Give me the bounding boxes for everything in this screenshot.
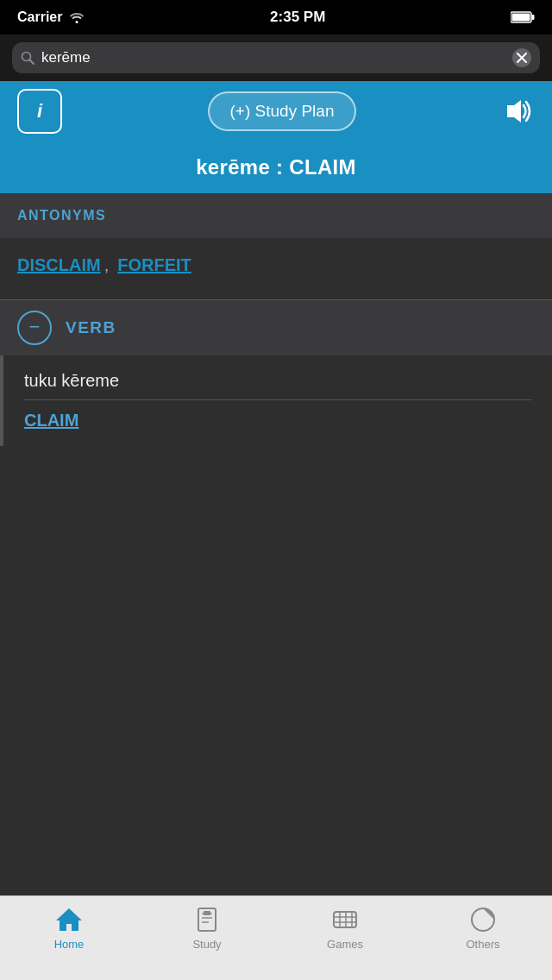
tab-study[interactable]: Study [138, 905, 276, 951]
tab-study-label: Study [192, 938, 221, 951]
word-header: kerēme : CLAIM [0, 141, 552, 193]
carrier-label: Carrier [17, 9, 62, 25]
svg-rect-13 [204, 911, 210, 915]
tab-games-label: Games [327, 938, 363, 951]
verb-section: − VERB tuku kēreme CLAIM [0, 299, 552, 446]
status-right [511, 11, 535, 23]
clear-search-button[interactable] [512, 48, 531, 67]
study-plan-button[interactable]: (+) Study Plan [208, 91, 357, 131]
battery-icon [511, 11, 535, 23]
info-icon: i [37, 100, 42, 122]
speaker-icon [502, 97, 535, 126]
wifi-icon [69, 11, 85, 23]
antonym-disclaim[interactable]: DISCLAIM [17, 255, 101, 275]
verb-header: − VERB [0, 300, 552, 355]
verb-phrase: tuku kēreme [3, 355, 552, 399]
tab-others-label: Others [466, 938, 499, 951]
tab-bar: Home Study Games Others [0, 895, 552, 980]
antonyms-header: ANTONYMS [0, 193, 552, 238]
tab-home-label: Home [54, 938, 85, 951]
svg-line-4 [30, 60, 34, 65]
tab-home[interactable]: Home [0, 905, 138, 951]
study-icon [192, 905, 222, 934]
search-icon [21, 51, 34, 65]
verb-label: VERB [66, 318, 116, 337]
verb-content: tuku kēreme CLAIM [0, 355, 552, 446]
antonyms-label: ANTONYMS [17, 208, 106, 223]
antonyms-words: DISCLAIM , FORFEIT [0, 238, 552, 299]
status-bar: Carrier 2:35 PM [0, 0, 552, 35]
study-plan-label: (+) Study Plan [230, 102, 335, 121]
status-left: Carrier [17, 9, 85, 25]
games-icon [330, 905, 360, 934]
antonym-separator: , [104, 255, 110, 275]
tab-others[interactable]: Others [414, 905, 552, 951]
speaker-button[interactable] [502, 97, 535, 126]
svg-rect-1 [531, 15, 534, 20]
antonym-forfeit[interactable]: FORFEIT [117, 255, 191, 275]
word-header-text: kerēme : CLAIM [196, 155, 356, 179]
status-time: 2:35 PM [270, 9, 325, 26]
minus-icon: − [29, 317, 41, 336]
verb-translation-link[interactable]: CLAIM [3, 400, 552, 446]
content-area [0, 446, 552, 681]
toolbar: i (+) Study Plan [0, 81, 552, 141]
tab-games[interactable]: Games [276, 905, 414, 951]
home-icon [54, 905, 84, 934]
search-query-text: kerēme [41, 49, 505, 66]
collapse-verb-button[interactable]: − [17, 311, 52, 345]
close-icon [517, 53, 527, 63]
svg-rect-2 [511, 14, 530, 22]
search-input-wrap[interactable]: kerēme [12, 42, 540, 73]
svg-rect-14 [334, 912, 356, 927]
others-icon [468, 905, 498, 934]
svg-marker-7 [507, 100, 521, 122]
info-button[interactable]: i [17, 89, 62, 134]
svg-marker-8 [56, 908, 82, 931]
search-bar: kerēme [0, 35, 552, 81]
